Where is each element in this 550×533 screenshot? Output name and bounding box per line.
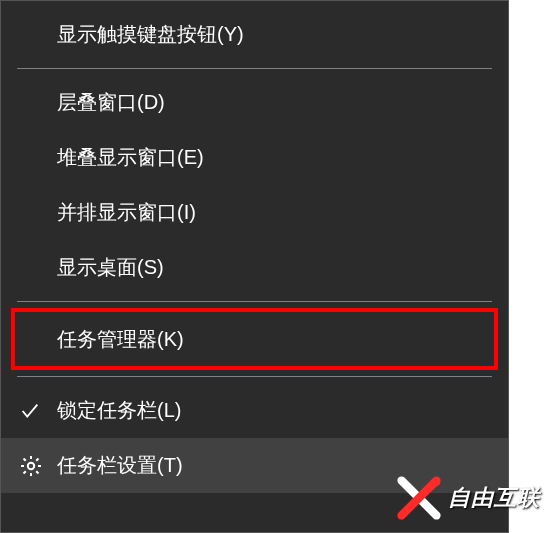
- svg-point-9: [433, 479, 440, 486]
- svg-line-8: [36, 458, 38, 460]
- watermark-text: 自由互联: [448, 483, 540, 513]
- menu-item-label: 锁定任务栏(L): [57, 397, 508, 424]
- menu-separator: [17, 301, 492, 302]
- menu-item-task-manager[interactable]: 任务管理器(K): [15, 312, 494, 366]
- gear-icon: [19, 454, 57, 478]
- highlight-annotation: 任务管理器(K): [11, 308, 498, 370]
- menu-item-label: 堆叠显示窗口(E): [57, 144, 508, 171]
- menu-item-label: 任务管理器(K): [57, 326, 494, 353]
- svg-line-7: [24, 471, 26, 473]
- menu-item-label: 层叠窗口(D): [57, 89, 508, 116]
- watermark-logo-icon: [396, 475, 442, 521]
- svg-line-6: [36, 471, 38, 473]
- menu-item-stack-windows[interactable]: 堆叠显示窗口(E): [1, 130, 508, 185]
- menu-item-label: 显示桌面(S): [57, 254, 508, 281]
- menu-item-show-desktop[interactable]: 显示桌面(S): [1, 240, 508, 295]
- taskbar-context-menu: 显示触摸键盘按钮(Y) 层叠窗口(D) 堆叠显示窗口(E) 并排显示窗口(I) …: [0, 0, 509, 533]
- menu-item-label: 并排显示窗口(I): [57, 199, 508, 226]
- menu-item-cascade-windows[interactable]: 层叠窗口(D): [1, 75, 508, 130]
- svg-point-0: [28, 462, 34, 468]
- menu-separator: [17, 376, 492, 377]
- menu-item-lock-taskbar[interactable]: 锁定任务栏(L): [1, 383, 508, 438]
- svg-line-5: [24, 458, 26, 460]
- check-icon: [19, 400, 57, 422]
- menu-item-side-by-side[interactable]: 并排显示窗口(I): [1, 185, 508, 240]
- watermark: 自由互联: [396, 475, 540, 521]
- menu-separator: [17, 68, 492, 69]
- menu-item-touch-keyboard[interactable]: 显示触摸键盘按钮(Y): [1, 7, 508, 62]
- menu-item-label: 显示触摸键盘按钮(Y): [57, 21, 508, 48]
